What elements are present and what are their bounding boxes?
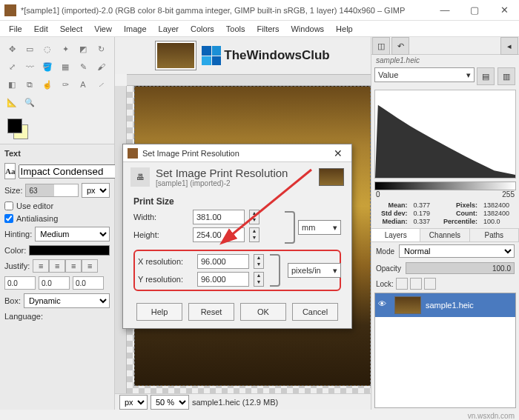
- close-button[interactable]: ✕: [489, 0, 519, 21]
- channel-select[interactable]: Value▾: [374, 67, 475, 82]
- menu-filters[interactable]: Filters: [251, 23, 285, 35]
- status-text: sample1.heic (12.9 MB): [192, 398, 278, 407]
- size-unit-select[interactable]: mm▾: [298, 220, 341, 235]
- line-spin[interactable]: 0.0: [39, 276, 70, 290]
- tool-crop[interactable]: ◩: [74, 40, 92, 58]
- font-picker-button[interactable]: Aa: [4, 163, 16, 179]
- cancel-button[interactable]: Cancel: [292, 303, 338, 321]
- justify-fill[interactable]: ≡: [82, 259, 98, 273]
- justify-center[interactable]: ≡: [65, 259, 82, 273]
- justify-label: Justify:: [4, 261, 30, 270]
- text-color-button[interactable]: [29, 245, 110, 256]
- hist-log-icon[interactable]: ▥: [497, 67, 515, 85]
- width-spinner[interactable]: ▲▼: [249, 210, 260, 224]
- tool-free-select[interactable]: ◌: [39, 40, 56, 58]
- res-link-icon[interactable]: [270, 254, 280, 287]
- yres-field[interactable]: 96.000: [197, 272, 249, 287]
- hist-lin-icon[interactable]: ▤: [477, 67, 495, 85]
- minimize-button[interactable]: —: [430, 0, 460, 21]
- menu-view[interactable]: View: [88, 23, 118, 35]
- yres-spinner[interactable]: ▲▼: [254, 272, 264, 287]
- tool-rotate[interactable]: ↻: [92, 40, 110, 58]
- dock-tab-undo[interactable]: ↶: [391, 37, 409, 55]
- mode-label: Mode: [376, 247, 394, 256]
- menu-select[interactable]: Select: [54, 23, 89, 35]
- justify-right[interactable]: ≡: [49, 259, 65, 273]
- tool-picker[interactable]: ⟋: [92, 76, 110, 93]
- box-select[interactable]: Dynamic: [24, 293, 110, 308]
- maximize-button[interactable]: ▢: [460, 0, 489, 21]
- tool-scale[interactable]: ⤢: [3, 58, 21, 76]
- justify-left[interactable]: ≡: [33, 259, 49, 273]
- tool-eraser[interactable]: ◧: [3, 76, 21, 93]
- lock-pixels-icon[interactable]: [396, 278, 408, 290]
- tool-fuzzy[interactable]: ✦: [56, 40, 74, 58]
- help-button[interactable]: Help: [136, 303, 182, 321]
- tool-move[interactable]: ✥: [3, 40, 21, 58]
- tool-brush[interactable]: 🖌: [92, 58, 110, 76]
- color-swatches[interactable]: [0, 114, 114, 144]
- layer-list[interactable]: 👁 sample1.heic: [374, 293, 516, 408]
- xres-spinner[interactable]: ▲▼: [254, 254, 264, 269]
- width-field[interactable]: 381.00: [193, 210, 245, 224]
- histogram-gradient[interactable]: [374, 181, 516, 190]
- lock-alpha-icon[interactable]: [424, 278, 436, 290]
- xres-field[interactable]: 96.000: [197, 254, 249, 269]
- layer-row[interactable]: 👁 sample1.heic: [375, 293, 515, 317]
- tool-text[interactable]: A: [74, 76, 92, 93]
- menu-image[interactable]: Image: [118, 23, 153, 35]
- tab-paths[interactable]: Paths: [470, 229, 519, 241]
- eye-icon[interactable]: 👁: [378, 299, 390, 311]
- tool-gradient[interactable]: ▦: [56, 58, 74, 76]
- image-thumbnail[interactable]: [156, 41, 196, 70]
- dialog-close-button[interactable]: ✕: [329, 147, 347, 159]
- reset-button[interactable]: Reset: [188, 303, 234, 321]
- size-unit[interactable]: px: [82, 183, 110, 198]
- menu-file[interactable]: File: [3, 23, 28, 35]
- antialias-check[interactable]: Antialiasing: [4, 214, 110, 223]
- tab-channels[interactable]: Channels: [420, 229, 469, 241]
- menu-tools[interactable]: Tools: [220, 23, 251, 35]
- yres-label: Y resolution:: [138, 275, 193, 284]
- dock-tab-histogram[interactable]: ◫: [372, 37, 390, 55]
- print-size-label: Print Size: [133, 196, 341, 207]
- hinting-select[interactable]: Medium: [35, 227, 110, 241]
- hinting-label: Hinting:: [4, 230, 32, 239]
- res-unit-select[interactable]: pixels/in▾: [288, 263, 341, 278]
- tool-rect-select[interactable]: ▭: [21, 40, 39, 58]
- height-field[interactable]: 254.00: [193, 227, 245, 242]
- mode-select[interactable]: Normal: [399, 244, 515, 258]
- menu-colors[interactable]: Colors: [185, 23, 220, 35]
- layer-name: sample1.heic: [426, 301, 474, 310]
- size-link-icon[interactable]: [285, 211, 295, 244]
- size-slider[interactable]: 63: [25, 184, 79, 197]
- tool-pencil[interactable]: ✎: [74, 58, 92, 76]
- titlebar: *[sample1] (imported)-2.0 (RGB color 8-b…: [0, 0, 519, 21]
- fg-color[interactable]: [7, 119, 22, 133]
- tool-measure[interactable]: 📐: [3, 93, 21, 111]
- ruler-horizontal[interactable]: [127, 74, 371, 86]
- unit-select[interactable]: px: [119, 395, 148, 410]
- dialog-preview: [319, 168, 344, 186]
- zoom-select[interactable]: 50 %: [151, 395, 189, 410]
- dock-tab-config[interactable]: ◂: [500, 37, 518, 55]
- tool-clone[interactable]: ⧉: [21, 76, 39, 93]
- ok-button[interactable]: OK: [240, 303, 286, 321]
- lock-pos-icon[interactable]: [410, 278, 422, 290]
- tool-smudge[interactable]: ☝: [39, 76, 56, 93]
- menu-layer[interactable]: Layer: [153, 23, 185, 35]
- menu-help[interactable]: Help: [330, 23, 359, 35]
- tool-zoom[interactable]: 🔍: [21, 93, 39, 111]
- letter-spin[interactable]: 0.0: [73, 276, 104, 290]
- tool-warp[interactable]: 〰: [21, 58, 39, 76]
- menu-edit[interactable]: Edit: [28, 23, 54, 35]
- histogram: [374, 90, 516, 179]
- opacity-slider[interactable]: 100.0: [406, 262, 515, 274]
- height-spinner[interactable]: ▲▼: [249, 227, 260, 242]
- tool-bucket[interactable]: 🪣: [39, 58, 56, 76]
- use-editor-check[interactable]: Use editor: [4, 201, 110, 210]
- tab-layers[interactable]: Layers: [371, 229, 420, 241]
- tool-path[interactable]: ✑: [56, 76, 74, 93]
- indent-spin[interactable]: 0.0: [4, 276, 36, 290]
- menu-windows[interactable]: Windows: [285, 23, 330, 35]
